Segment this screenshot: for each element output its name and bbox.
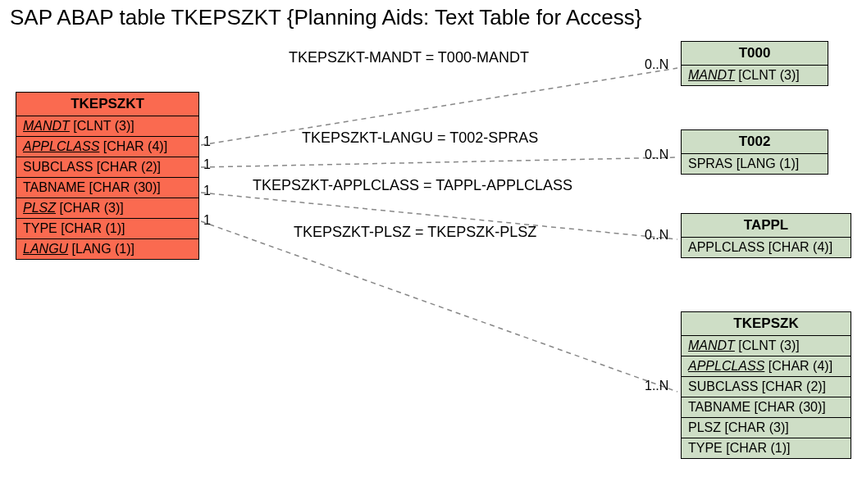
entity-t002: T002 SPRAS [LANG (1)] bbox=[681, 129, 828, 175]
field-row: LANGU [LANG (1)] bbox=[16, 239, 198, 259]
card-left-3: 1 bbox=[203, 184, 211, 198]
field-row: TYPE [CHAR (1)] bbox=[682, 438, 851, 458]
field-row: APPLCLASS [CHAR (4)] bbox=[682, 356, 851, 377]
relation-label-2: TKEPSZKT-LANGU = T002-SPRAS bbox=[302, 129, 538, 147]
card-right-4: 1..N bbox=[645, 379, 668, 393]
svg-line-3 bbox=[201, 221, 677, 392]
entity-tkepszk-header: TKEPSZK bbox=[682, 312, 851, 336]
field-row: SUBCLASS [CHAR (2)] bbox=[682, 377, 851, 397]
entity-t002-header: T002 bbox=[682, 130, 828, 154]
card-left-2: 1 bbox=[203, 157, 211, 172]
entity-tkepszkt-header: TKEPSZKT bbox=[16, 93, 198, 116]
entity-t000-header: T000 bbox=[682, 42, 828, 66]
field-row: MANDT [CLNT (3)] bbox=[16, 116, 198, 137]
field-row: SPRAS [LANG (1)] bbox=[682, 154, 828, 174]
field-row: APPLCLASS [CHAR (4)] bbox=[16, 137, 198, 157]
relation-label-4: TKEPSZKT-PLSZ = TKEPSZK-PLSZ bbox=[294, 224, 536, 241]
card-left-4: 1 bbox=[203, 213, 211, 228]
field-row: MANDT [CLNT (3)] bbox=[682, 66, 828, 85]
field-row: SUBCLASS [CHAR (2)] bbox=[16, 157, 198, 178]
entity-tkepszkt: TKEPSZKT MANDT [CLNT (3)] APPLCLASS [CHA… bbox=[16, 92, 199, 260]
field-row: TYPE [CHAR (1)] bbox=[16, 219, 198, 239]
entity-tappl-header: TAPPL bbox=[682, 214, 851, 238]
field-row: TABNAME [CHAR (30)] bbox=[16, 178, 198, 198]
field-row: PLSZ [CHAR (3)] bbox=[682, 418, 851, 438]
page-title: SAP ABAP table TKEPSZKT {Planning Aids: … bbox=[10, 5, 641, 30]
entity-t000: T000 MANDT [CLNT (3)] bbox=[681, 41, 828, 86]
card-right-2: 0..N bbox=[645, 148, 668, 162]
relation-label-1: TKEPSZKT-MANDT = T000-MANDT bbox=[289, 49, 529, 66]
entity-tkepszk: TKEPSZK MANDT [CLNT (3)] APPLCLASS [CHAR… bbox=[681, 311, 851, 459]
field-row: APPLCLASS [CHAR (4)] bbox=[682, 238, 851, 257]
card-right-3: 0..N bbox=[645, 228, 668, 243]
entity-tappl: TAPPL APPLCLASS [CHAR (4)] bbox=[681, 213, 851, 258]
field-row: PLSZ [CHAR (3)] bbox=[16, 198, 198, 219]
field-row: TABNAME [CHAR (30)] bbox=[682, 397, 851, 418]
field-row: MANDT [CLNT (3)] bbox=[682, 336, 851, 356]
svg-line-1 bbox=[201, 157, 677, 167]
card-left-1: 1 bbox=[203, 134, 211, 149]
card-right-1: 0..N bbox=[645, 57, 668, 72]
relation-label-3: TKEPSZKT-APPLCLASS = TAPPL-APPLCLASS bbox=[253, 177, 572, 194]
